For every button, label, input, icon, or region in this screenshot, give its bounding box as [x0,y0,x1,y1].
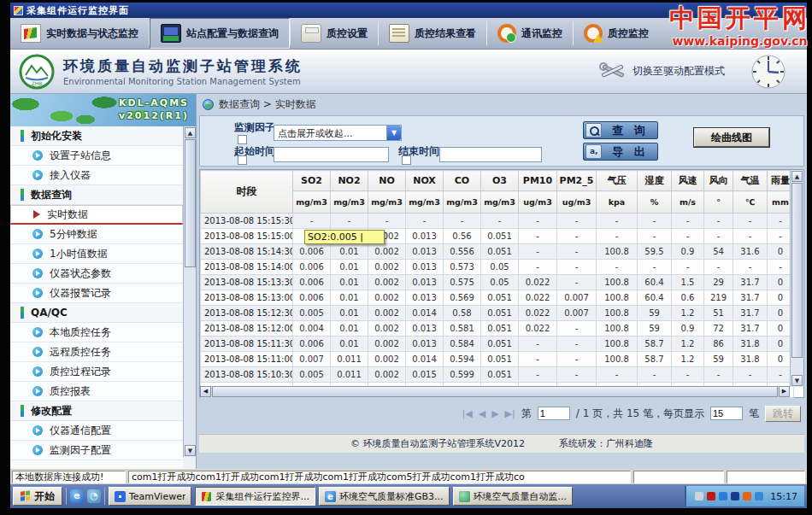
switch-driver-config-mode[interactable]: 切换至驱动配置模式 [598,61,725,83]
table-row[interactable]: 2013-08-08 15:15:30-------------- [201,214,794,229]
start-button[interactable]: 开始 [13,487,62,506]
sidebar-item[interactable]: 设置子站信息 [10,146,183,166]
page-number-input[interactable] [538,407,570,420]
scheduler-icon[interactable] [755,492,763,500]
scroll-up-icon[interactable]: ▲ [185,127,196,138]
sidebar-scrollbar[interactable]: ▲ ▼ [183,126,196,457]
sidebar-item-label: 仪器通信配置 [50,424,111,438]
table-cell: 59 [638,321,672,337]
sidebar-item[interactable]: 仪器通信配置 [10,421,183,441]
table-row[interactable]: 2013-08-08 15:14:300.0060.010.0020.0130.… [201,244,794,260]
table-scroll-left-icon[interactable]: ◀ [200,386,211,397]
ie-quicklaunch-icon[interactable]: e [70,489,84,503]
sidebar-item[interactable]: 实时数据 [10,205,183,225]
first-page-icon[interactable]: |◀ [462,408,473,419]
taskbar-task-button[interactable]: TeamViewer [109,487,191,506]
media-quicklaunch-icon[interactable]: ◔ [87,489,101,503]
chevron-down-icon[interactable]: ▼ [386,126,401,140]
scroll-down-icon[interactable]: ▼ [185,445,196,456]
table-scroll-up-icon[interactable]: ▲ [791,171,803,182]
acrobat-icon[interactable] [707,492,715,500]
end-time-input[interactable] [439,147,542,162]
sidebar: KDL-AQMS v2012(R1) 初始化安装设置子站信息接入仪器数据查询实时… [10,94,197,469]
table-row[interactable]: 2013-08-08 15:11:300.0060.010.0020.0130.… [201,337,794,352]
sidebar-item[interactable]: 仪器状态参数 [10,264,183,284]
jump-button[interactable]: 跳转 [765,406,801,422]
toolbar-button-label: 站点配置与数据查询 [186,26,279,41]
draw-curve-button[interactable]: 绘曲线图 [694,128,769,147]
start-time-input[interactable] [274,147,389,162]
value-tooltip: SO2:0.005 | [304,230,385,244]
table-cell: - [519,352,557,367]
table-cell: 0.051 [481,337,519,352]
table-row[interactable]: 2013-08-08 15:12:300.0050.010.0020.0140.… [201,306,794,321]
table-vscrollbar[interactable]: ▲ ▼ [790,170,803,387]
factor-combobox[interactable]: 点击展开或收起... ▼ [274,125,402,141]
toolbar-button-qc-results-view[interactable]: 质控结果查看 [379,18,486,49]
table-cell: 0.015 [406,367,444,383]
table-cell: - [519,260,557,275]
tools-icon [598,61,627,83]
table-cell: - [519,214,557,229]
table-hscroll-thumb[interactable] [212,386,778,397]
search-button-label: 查 询 [603,123,657,138]
teamviewer-icon[interactable] [719,492,727,500]
taskbar-task-button[interactable]: 环境空气质量自动监... [453,487,574,506]
content-area: KDL-AQMS v2012(R1) 初始化安装设置子站信息接入仪器数据查询实时… [10,94,807,469]
export-button[interactable]: 导 出 [583,143,658,161]
table-header-row: 时段SO2NO2NONOXCOO3PM10PM2_5气压湿度风速风向气温雨量 [201,171,794,191]
volume-icon[interactable] [743,492,751,500]
toolbar-button-realtime-status-monitor[interactable]: 实时数据与状态监控 [10,18,149,49]
taskbar-task-button[interactable]: e环境空气质量标准GB3... [319,487,450,506]
status-segment [633,471,724,483]
table-cell: - [672,229,704,244]
toolbar-button-comm-monitor[interactable]: 通讯监控 [487,18,573,49]
table-cell: 0.022 [519,321,557,337]
table-cell: 0.006 [293,275,331,290]
table-row[interactable]: 2013-08-08 15:15:000.0.0020.0130.560.051… [201,229,794,244]
table-cell: - [733,214,768,229]
sidebar-item[interactable]: 质控过程记录 [10,362,183,382]
toolbar-button-qc-monitor[interactable]: 质控监控 [574,18,659,49]
tray-icons [695,492,763,500]
sidebar-item[interactable]: 监测因子配置 [10,441,183,460]
start-time-checkbox[interactable] [238,155,247,165]
messenger-icon[interactable] [731,492,739,500]
table-row[interactable]: 2013-08-08 15:11:000.0070.0110.0020.0140… [201,352,794,367]
search-button[interactable]: 查 询 [583,121,658,139]
page-size-input[interactable] [710,407,743,420]
column-header: NO2 [331,171,368,191]
table-scroll-right-icon[interactable]: ▶ [779,386,790,397]
table-vscroll-thumb[interactable] [791,183,803,358]
sidebar-item[interactable]: 接入仪器 [10,166,183,185]
sidebar-item[interactable]: 5分钟数据 [10,225,183,244]
toolbar-button-qc-settings[interactable]: 质控设置 [291,18,378,49]
header-titles: 环境质量自动监测子站管理系统 Environmental Monitoring … [63,56,598,86]
table-row[interactable]: 2013-08-08 15:13:000.0060.010.0020.0130.… [201,290,794,306]
taskbar-separator [66,488,67,505]
table-row[interactable]: 2013-08-08 15:12:000.0040.010.0020.0130.… [201,321,794,337]
table-hscrollbar[interactable]: ◀ ▶ [200,386,790,397]
main-panel: 数据查询 > 实时数据 监测因子 点击展开或收起... ▼ 起始时间 结束时间 [197,94,807,469]
sidebar-item[interactable]: 1小时值数据 [10,244,183,264]
factor-checkbox[interactable] [238,135,247,144]
sidebar-item[interactable]: 仪器报警记录 [10,284,183,303]
prev-page-icon[interactable]: ◀ [479,408,485,419]
pen-icon[interactable] [695,492,703,500]
sidebar-item[interactable]: 远程质控任务 [10,342,183,362]
end-time-checkbox[interactable] [402,155,411,165]
screen: 采集组件运行监控界面 实时数据与状态监控站点配置与数据查询质控设置质控结果查看通… [10,3,807,508]
app-icon [201,491,212,502]
table-row[interactable]: 2013-08-08 15:14:000.0060.010.0020.0130.… [201,260,794,275]
sidebar-item[interactable]: 质控报表 [10,382,183,401]
scroll-thumb[interactable] [185,139,196,267]
table-row[interactable]: 2013-08-08 15:13:300.0060.010.0020.0130.… [201,275,794,290]
toolbar-button-station-config-query[interactable]: 站点配置与数据查询 [150,18,290,49]
table-scroll-down-icon[interactable]: ▼ [791,375,803,386]
next-page-icon[interactable]: ▶ [491,408,498,419]
table-row[interactable]: 2013-08-08 15:10:300.0050.0110.0020.0150… [201,367,794,383]
start-label: 开始 [34,489,55,504]
taskbar-task-button[interactable]: 采集组件运行监控界... [195,487,315,506]
sidebar-item[interactable]: 本地质控任务 [10,323,183,342]
last-page-icon[interactable]: ▶| [505,408,515,419]
